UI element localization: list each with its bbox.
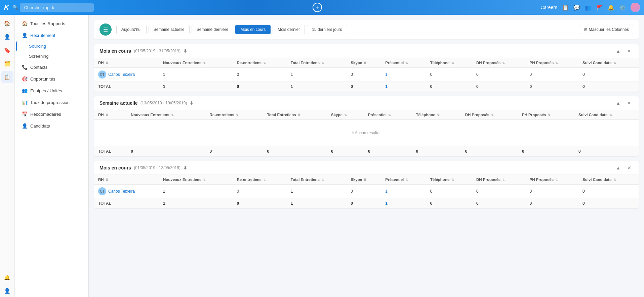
- presentiel-link-1[interactable]: 1: [385, 72, 388, 77]
- sidebar-item-screening[interactable]: Screening: [16, 51, 87, 61]
- users-icon[interactable]: 👥: [585, 4, 592, 11]
- total-presentiel-link-1[interactable]: 1: [385, 84, 388, 89]
- td-dh-1: 0: [472, 68, 526, 82]
- topbar-center: +: [94, 3, 540, 12]
- icon-reports[interactable]: 📋: [1, 71, 13, 83]
- add-button[interactable]: +: [313, 3, 322, 12]
- notifications-icon[interactable]: 🔔: [608, 4, 614, 11]
- avatar[interactable]: [631, 3, 640, 12]
- user-name-1[interactable]: Carlos Teixeira: [108, 72, 135, 77]
- icon-person[interactable]: 👤: [1, 31, 13, 43]
- section-header-2: Semaine actuelle (13/05/2019 - 19/05/201…: [94, 96, 639, 110]
- hide-columns-button[interactable]: ⊞ Masquer les Colonnes: [580, 25, 633, 34]
- sidebar-item-hebdomadaires[interactable]: 📅 Hebdomadaires: [16, 108, 87, 120]
- sidebar: 🏠 Tous les Rapports 👤 Recrutement Sourci…: [15, 15, 89, 297]
- col-ph-3: PH Proposés ⇅: [526, 175, 579, 185]
- sidebar-label-equipes: Équipes / Unités: [30, 88, 62, 93]
- sidebar-item-contacts[interactable]: 📞 Contacts: [16, 61, 87, 73]
- icon-folder[interactable]: 🗂️: [1, 58, 13, 70]
- recrutement-icon: 👤: [22, 33, 28, 38]
- section-date-1: (01/05/2019 - 31/05/2019): [134, 49, 180, 53]
- contacts-icon: 📞: [22, 64, 28, 70]
- sidebar-label-opportunites: Opportunités: [30, 77, 55, 82]
- col-dh-2: DH Proposés ⇅: [461, 110, 518, 120]
- table-row: CT Carlos Teixeira 1 0 1 0 1 0 0 0: [94, 68, 639, 82]
- docs-icon[interactable]: 📋: [562, 4, 569, 11]
- col-dh-3: DH Proposés ⇅: [472, 175, 526, 185]
- table-header-row-2: RH ⇅ Nouveaux Entretiens ⇅ Re-entretiens…: [94, 110, 639, 120]
- filter-btn-current-month[interactable]: Mois en cours: [235, 25, 271, 34]
- filter-btn-last-month[interactable]: Mois dernier: [273, 25, 305, 34]
- flag-icon[interactable]: 🚩: [596, 4, 603, 11]
- hide-cols-icon: ⊞: [584, 27, 588, 32]
- total-skype-2: 0: [327, 146, 364, 157]
- td-rh-1: CT Carlos Teixeira: [94, 68, 159, 82]
- col-ph-2: PH Proposés ⇅: [518, 110, 574, 120]
- sidebar-item-tous-rapports[interactable]: 🏠 Tous les Rapports: [16, 18, 87, 29]
- total-skype-3: 0: [347, 198, 381, 209]
- table-total-row-1: TOTAL 1 0 1 0 1 0 0 0 0: [94, 82, 639, 92]
- close-btn-3[interactable]: ✕: [625, 164, 633, 171]
- col-skype-3: Skype ⇅: [347, 175, 381, 185]
- icon-bell[interactable]: 🔔: [1, 271, 13, 284]
- download-icon-2[interactable]: ⬇: [190, 100, 194, 106]
- col-nouveaux-3: Nouveaux Entretiens ⇅: [159, 175, 233, 185]
- close-btn-2[interactable]: ✕: [625, 100, 633, 106]
- filter-left: ☰ Aujourd'hui Semaine actuelle Semaine d…: [99, 23, 347, 36]
- table-header-row-3: RH ⇅ Nouveaux Entretiens ⇅ Re-entretiens…: [94, 175, 639, 185]
- download-icon-1[interactable]: ⬇: [183, 48, 187, 54]
- sidebar-item-candidats[interactable]: 👤 Candidats: [16, 120, 87, 132]
- table-total-row-3: TOTAL 1 0 1 0 1 0 0 0 0: [94, 198, 639, 209]
- collapse-btn-2[interactable]: ▲: [614, 100, 622, 106]
- sidebar-item-sourcing[interactable]: Sourcing: [16, 41, 87, 51]
- td-total-3: 1: [287, 185, 347, 198]
- total-dh-3: 0: [472, 198, 526, 209]
- collapse-btn-3[interactable]: ▲: [614, 164, 622, 171]
- sidebar-item-taux[interactable]: 📊 Taux de progression: [16, 97, 87, 108]
- sidebar-item-equipes[interactable]: 👥 Équipes / Unités: [16, 85, 87, 96]
- col-presentiel-3: Présentiel ⇅: [381, 175, 426, 185]
- user-name-3[interactable]: Carlos Teixeira: [108, 189, 135, 194]
- sidebar-label-hebdomadaires: Hebdomadaires: [30, 112, 61, 117]
- td-presentiel-1: 1: [381, 68, 426, 82]
- filter-btn-last-week[interactable]: Semaine dernière: [192, 25, 234, 34]
- report-section-2: Semaine actuelle (13/05/2019 - 19/05/201…: [94, 96, 639, 156]
- sidebar-nav: 🏠 Tous les Rapports 👤 Recrutement Sourci…: [15, 15, 88, 297]
- sidebar-item-opportunites[interactable]: 🎯 Opportunités: [16, 73, 87, 85]
- collapse-btn-1[interactable]: ▲: [614, 48, 622, 54]
- taux-icon: 📊: [22, 100, 28, 105]
- col-total-3: Total Entretiens ⇅: [287, 175, 347, 185]
- icon-home[interactable]: 🏠: [1, 17, 13, 30]
- chat-icon[interactable]: 💬: [573, 4, 580, 11]
- section-date-3: (01/05/2019 - 13/05/2019): [134, 165, 180, 170]
- search-input[interactable]: [20, 3, 94, 12]
- col-re-1: Re-entretiens ⇅: [233, 58, 286, 68]
- sidebar-item-recrutement[interactable]: 👤 Recrutement: [16, 30, 87, 41]
- report-table-3: RH ⇅ Nouveaux Entretiens ⇅ Re-entretiens…: [94, 175, 639, 208]
- icon-bookmark[interactable]: 🔖: [1, 44, 13, 56]
- filter-btn-last-15[interactable]: 15 derniers jours: [307, 25, 347, 34]
- total-nouveaux-1: 1: [159, 82, 233, 92]
- td-ph-3: 0: [526, 185, 579, 198]
- presentiel-link-3[interactable]: 1: [385, 189, 388, 194]
- td-skype-3: 0: [347, 185, 381, 198]
- col-ph-1: PH Proposés ⇅: [526, 58, 579, 68]
- col-rh-1: RH ⇅: [94, 58, 159, 68]
- download-icon-3[interactable]: ⬇: [183, 165, 187, 170]
- filter-btn-current-week[interactable]: Semaine actuelle: [149, 25, 190, 34]
- total-presentiel-3: 1: [381, 198, 426, 209]
- filter-btn-today[interactable]: Aujourd'hui: [116, 25, 147, 34]
- section-title-text-3: Mois en cours: [99, 165, 131, 170]
- hide-cols-label: Masquer les Colonnes: [589, 27, 629, 32]
- topbar: K 🔍 + Careers 📋 💬 👥 🚩 🔔 ⚙️: [0, 0, 644, 15]
- table-header-row-1: RH ⇅ Nouveaux Entretiens ⇅ Re-entretiens…: [94, 58, 639, 68]
- settings-icon[interactable]: ⚙️: [619, 4, 626, 11]
- icon-user-bottom[interactable]: 👤: [1, 285, 13, 297]
- sidebar-label-candidats: Candidats: [30, 123, 50, 129]
- col-skype-2: Skype ⇅: [327, 110, 364, 120]
- total-presentiel-link-3[interactable]: 1: [385, 201, 388, 206]
- total-telephone-2: 0: [412, 146, 461, 157]
- td-nouveaux-1: 1: [159, 68, 233, 82]
- section-header-1: Mois en cours (01/05/2019 - 31/05/2019) …: [94, 44, 639, 58]
- close-btn-1[interactable]: ✕: [625, 48, 633, 54]
